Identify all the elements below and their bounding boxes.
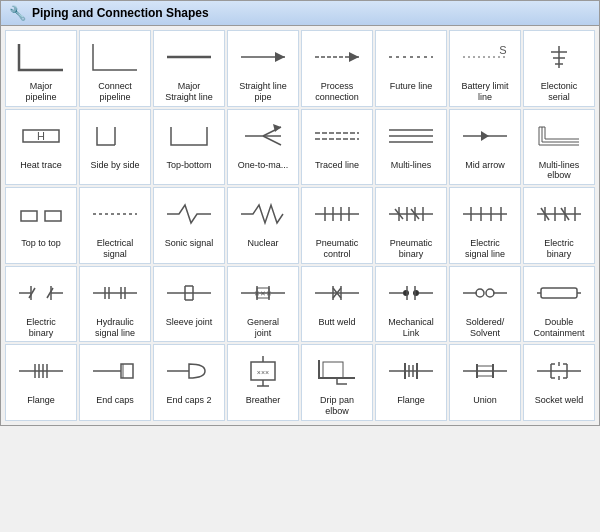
cell-battery-limit-line[interactable]: S Battery limitline [449,30,521,107]
svg-marker-25 [481,131,489,141]
symbol-multi-lines-elbow [530,114,588,158]
label-side-by-side: Side by side [90,160,139,178]
cell-pneumatic-control[interactable]: Pneumaticcontrol [301,187,373,264]
label-flange2: Flange [397,395,425,413]
cell-multi-lines[interactable]: Multi-lines [375,109,447,186]
svg-rect-27 [45,211,61,221]
svg-text:✕✕✕: ✕✕✕ [254,290,272,297]
cell-process-connection[interactable]: Processconnection [301,30,373,107]
cell-flange[interactable]: Flange [5,344,77,421]
cell-top-bottom[interactable]: Top-bottom [153,109,225,186]
symbol-mechanical-link [382,271,440,315]
label-electronic-serial: Electonicserial [541,81,578,103]
cell-nuclear[interactable]: Nuclear [227,187,299,264]
symbol-traced-line [308,114,366,158]
cell-sonic-signal[interactable]: Sonic signal [153,187,225,264]
label-multi-lines: Multi-lines [391,160,432,178]
label-traced-line: Traced line [315,160,359,178]
symbol-connect-pipeline [86,35,144,79]
svg-point-86 [486,289,494,297]
label-top-bottom: Top-bottom [166,160,211,178]
cell-straight-line-pipe[interactable]: Straight linepipe [227,30,299,107]
svg-text:S: S [499,44,506,56]
cell-one-to-many[interactable]: One-to-ma... [227,109,299,186]
cell-mid-arrow[interactable]: Mid arrow [449,109,521,186]
cell-soldered-solvent[interactable]: Soldered/Solvent [449,266,521,343]
label-hydraulic-signal-line: Hydraulicsignal line [95,317,135,339]
cell-end-caps[interactable]: End caps [79,344,151,421]
label-multi-lines-elbow: Multi-lineselbow [539,160,580,182]
cell-electrical-signal[interactable]: Electricalsignal [79,187,151,264]
cell-butt-weld[interactable]: Butt weld [301,266,373,343]
symbol-electronic-serial [530,35,588,79]
cell-major-straight-line[interactable]: MajorStraight line [153,30,225,107]
symbol-side-by-side [86,114,144,158]
label-butt-weld: Butt weld [318,317,355,335]
cell-breather[interactable]: ××× Breather [227,344,299,421]
label-flange: Flange [27,395,55,413]
symbol-butt-weld [308,271,366,315]
cell-connect-pipeline[interactable]: Connectpipeline [79,30,151,107]
title-icon: 🔧 [9,5,26,21]
cell-multi-lines-elbow[interactable]: Multi-lineselbow [523,109,595,186]
symbol-top-bottom [160,114,218,158]
cell-side-by-side[interactable]: Side by side [79,109,151,186]
cell-hydraulic-signal-line[interactable]: Hydraulicsignal line [79,266,151,343]
label-union: Union [473,395,497,413]
label-electric-signal-line: Electricsignal line [465,238,505,260]
label-electric-binary: Electricbinary [544,238,574,260]
label-future-line: Future line [390,81,433,99]
window: 🔧 Piping and Connection Shapes Majorpipe… [0,0,600,426]
cell-flange2[interactable]: Flange [375,344,447,421]
cell-pneumatic-binary[interactable]: Pneumaticbinary [375,187,447,264]
cell-top-to-top[interactable]: Top to top [5,187,77,264]
cell-double-containment[interactable]: DoubleContainment [523,266,595,343]
symbol-major-pipeline [12,35,70,79]
svg-line-17 [263,136,281,145]
cell-electric-binary[interactable]: Electricbinary [523,187,595,264]
cell-future-line[interactable]: Future line [375,30,447,107]
symbol-hydraulic-signal-line [86,271,144,315]
svg-point-85 [476,289,484,297]
label-major-straight-line: MajorStraight line [165,81,213,103]
label-sonic-signal: Sonic signal [165,238,214,256]
symbol-sonic-signal [160,192,218,236]
symbol-electric-binary2 [12,271,70,315]
cell-traced-line[interactable]: Traced line [301,109,373,186]
symbol-pneumatic-binary [382,192,440,236]
svg-point-79 [403,290,409,296]
cell-mechanical-link[interactable]: MechanicalLink [375,266,447,343]
label-pneumatic-binary: Pneumaticbinary [390,238,433,260]
symbol-socket-weld [530,349,588,393]
cell-electronic-serial[interactable]: Electonicserial [523,30,595,107]
cell-electric-signal-line[interactable]: Electricsignal line [449,187,521,264]
symbol-process-connection [308,35,366,79]
cell-union[interactable]: Union [449,344,521,421]
svg-text:H: H [37,130,45,142]
label-one-to-many: One-to-ma... [238,160,289,178]
cell-heat-trace[interactable]: H Heat trace [5,109,77,186]
symbol-heat-trace: H [12,114,70,158]
label-electrical-signal: Electricalsignal [97,238,134,260]
label-mechanical-link: MechanicalLink [388,317,434,339]
svg-point-80 [413,290,419,296]
symbol-electrical-signal [86,192,144,236]
cell-end-caps-2[interactable]: End caps 2 [153,344,225,421]
label-soldered-solvent: Soldered/Solvent [466,317,505,339]
symbol-straight-line-pipe [234,35,292,79]
label-pneumatic-control: Pneumaticcontrol [316,238,359,260]
label-mid-arrow: Mid arrow [465,160,505,178]
label-process-connection: Processconnection [315,81,359,103]
label-straight-line-pipe: Straight linepipe [239,81,287,103]
cell-drip-pan-elbow[interactable]: Drip panelbow [301,344,373,421]
svg-rect-87 [541,288,577,298]
symbol-flange [12,349,70,393]
svg-rect-26 [21,211,37,221]
cell-socket-weld[interactable]: Socket weld [523,344,595,421]
cell-general-joint[interactable]: ✕✕✕ Generaljoint [227,266,299,343]
cell-electric-binary2[interactable]: Electricbinary [5,266,77,343]
cell-sleeve-joint[interactable]: Sleeve joint [153,266,225,343]
cell-major-pipeline[interactable]: Majorpipeline [5,30,77,107]
symbol-breather: ××× [234,349,292,393]
shape-grid: Majorpipeline Connectpipeline MajorStrai… [1,26,599,425]
